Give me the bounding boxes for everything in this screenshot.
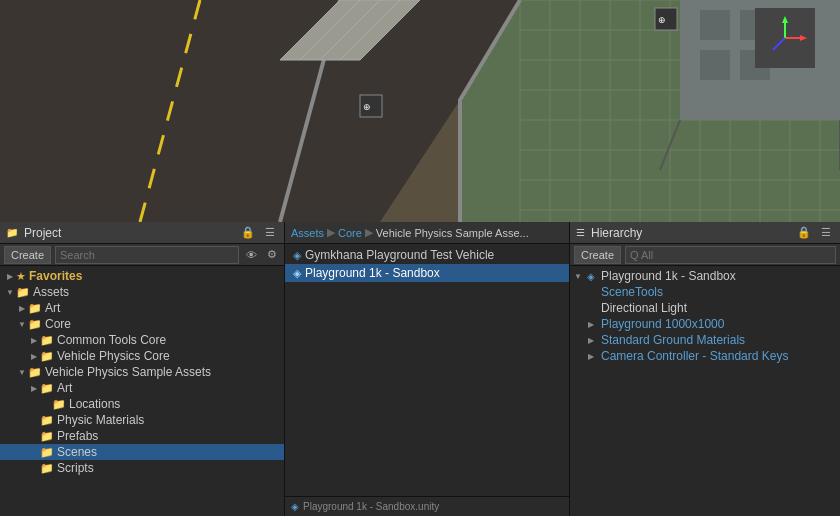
breadcrumb-assets[interactable]: Assets bbox=[291, 227, 324, 239]
scene-tools-label: SceneTools bbox=[601, 285, 663, 299]
breadcrumb-core[interactable]: Core bbox=[338, 227, 362, 239]
project-panel: 📁 Project 🔒 ☰ Create 👁 ⚙ ▶ ★ Favorites ▼ bbox=[0, 222, 285, 516]
favorites-label: Favorites bbox=[29, 269, 82, 283]
locations-folder-icon: 📁 bbox=[52, 398, 66, 411]
project-create-button[interactable]: Create bbox=[4, 246, 51, 264]
hierarchy-menu-icon[interactable]: ☰ bbox=[818, 225, 834, 240]
core-folder-icon: 📁 bbox=[28, 318, 42, 331]
settings-icon[interactable]: ⚙ bbox=[264, 247, 280, 262]
standard-ground-arrow: ▶ bbox=[588, 336, 598, 345]
vehicle-physics-core-folder-icon: 📁 bbox=[40, 350, 54, 363]
scenes-folder-icon: 📁 bbox=[40, 446, 54, 459]
physic-folder-icon: 📁 bbox=[40, 414, 54, 427]
breadcrumb-sep-2: ▶ bbox=[365, 226, 373, 239]
project-panel-icon: 📁 bbox=[6, 227, 18, 238]
tree-vehicle-physics-sample-assets[interactable]: ▼ 📁 Vehicle Physics Sample Assets bbox=[0, 364, 284, 380]
camera-arrow: ▶ bbox=[588, 352, 598, 361]
hierarchy-scene-tools[interactable]: SceneTools bbox=[570, 284, 840, 300]
common-tools-arrow: ▶ bbox=[28, 336, 40, 345]
prefabs-label: Prefabs bbox=[57, 429, 98, 443]
art2-label: Art bbox=[57, 381, 72, 395]
scene-canvas bbox=[0, 0, 840, 222]
hierarchy-search-input[interactable] bbox=[625, 246, 836, 264]
scenes-label: Scenes bbox=[57, 445, 97, 459]
hierarchy-playground-1000[interactable]: ▶ Playground 1000x1000 bbox=[570, 316, 840, 332]
hierarchy-standard-ground[interactable]: ▶ Standard Ground Materials bbox=[570, 332, 840, 348]
tree-physic-materials[interactable]: 📁 Physic Materials bbox=[0, 412, 284, 428]
hierarchy-root[interactable]: ▼ ◈ Playground 1k - Sandbox bbox=[570, 268, 840, 284]
tree-locations[interactable]: 📁 Locations bbox=[0, 396, 284, 412]
playground-label: Playground 1k - Sandbox bbox=[305, 266, 440, 280]
vehicle-physics-core-arrow: ▶ bbox=[28, 352, 40, 361]
menu-icon[interactable]: ☰ bbox=[262, 225, 278, 240]
hierarchy-header: ☰ Hierarchy 🔒 ☰ bbox=[570, 222, 840, 244]
pg1000-label: Playground 1000x1000 bbox=[601, 317, 724, 331]
favorites-arrow: ▶ bbox=[4, 272, 16, 281]
physic-label: Physic Materials bbox=[57, 413, 144, 427]
hierarchy-panel: ☰ Hierarchy 🔒 ☰ Create ▼ ◈ Playground 1k… bbox=[570, 222, 840, 516]
tree-favorites[interactable]: ▶ ★ Favorites bbox=[0, 268, 284, 284]
art2-arrow: ▶ bbox=[28, 384, 40, 393]
assets-bottom-bar: ◈ Playground 1k - Sandbox.unity bbox=[285, 496, 569, 516]
tree-scenes[interactable]: 📁 Scenes bbox=[0, 444, 284, 460]
tree-prefabs[interactable]: 📁 Prefabs bbox=[0, 428, 284, 444]
breadcrumb-sep-1: ▶ bbox=[327, 226, 335, 239]
scripts-label: Scripts bbox=[57, 461, 94, 475]
art2-folder-icon: 📁 bbox=[40, 382, 54, 395]
hierarchy-title: Hierarchy bbox=[591, 226, 642, 240]
hierarchy-lock-icon[interactable]: 🔒 bbox=[794, 225, 814, 240]
locations-label: Locations bbox=[69, 397, 120, 411]
tree-art[interactable]: ▶ 📁 Art bbox=[0, 300, 284, 316]
asset-gymkhana[interactable]: ◈ Gymkhana Playground Test Vehicle bbox=[285, 246, 569, 264]
asset-playground[interactable]: ◈ Playground 1k - Sandbox bbox=[285, 264, 569, 282]
project-panel-icons: 🔒 ☰ bbox=[238, 225, 278, 240]
hierarchy-root-label: Playground 1k - Sandbox bbox=[601, 269, 736, 283]
eye-icon[interactable]: 👁 bbox=[243, 248, 260, 262]
vpsa-arrow: ▼ bbox=[16, 368, 28, 377]
lock-icon[interactable]: 🔒 bbox=[238, 225, 258, 240]
root-scene-icon: ◈ bbox=[587, 271, 595, 282]
vehicle-physics-core-label: Vehicle Physics Core bbox=[57, 349, 170, 363]
project-search-input[interactable] bbox=[55, 246, 239, 264]
tree-vehicle-physics-core[interactable]: ▶ 📁 Vehicle Physics Core bbox=[0, 348, 284, 364]
scene-view[interactable] bbox=[0, 0, 840, 222]
art-arrow: ▶ bbox=[16, 304, 28, 313]
tree-scripts[interactable]: 📁 Scripts bbox=[0, 460, 284, 476]
assets-folder-icon: 📁 bbox=[16, 286, 30, 299]
tree-art2[interactable]: ▶ 📁 Art bbox=[0, 380, 284, 396]
camera-label: Camera Controller - Standard Keys bbox=[601, 349, 788, 363]
vpsa-label: Vehicle Physics Sample Assets bbox=[45, 365, 211, 379]
tree-common-tools-core[interactable]: ▶ 📁 Common Tools Core bbox=[0, 332, 284, 348]
root-arrow: ▼ bbox=[574, 272, 584, 281]
pg1000-arrow: ▶ bbox=[588, 320, 598, 329]
project-toolbar: Create 👁 ⚙ bbox=[0, 244, 284, 266]
dir-light-label: Directional Light bbox=[601, 301, 687, 315]
project-tree: ▶ ★ Favorites ▼ 📁 Assets ▶ 📁 Art ▼ 📁 Cor… bbox=[0, 266, 284, 516]
assets-list: ◈ Gymkhana Playground Test Vehicle ◈ Pla… bbox=[285, 244, 569, 496]
tree-assets[interactable]: ▼ 📁 Assets bbox=[0, 284, 284, 300]
hierarchy-create-button[interactable]: Create bbox=[574, 246, 621, 264]
hierarchy-directional-light[interactable]: Directional Light bbox=[570, 300, 840, 316]
core-arrow: ▼ bbox=[16, 320, 28, 329]
project-panel-header: 📁 Project 🔒 ☰ bbox=[0, 222, 284, 244]
assets-arrow: ▼ bbox=[4, 288, 16, 297]
gymkhana-icon: ◈ bbox=[293, 249, 301, 262]
scripts-folder-icon: 📁 bbox=[40, 462, 54, 475]
breadcrumb-bar: Assets ▶ Core ▶ Vehicle Physics Sample A… bbox=[285, 222, 569, 244]
scene-icon: ◈ bbox=[291, 501, 299, 512]
hierarchy-toolbar: Create bbox=[570, 244, 840, 266]
assets-panel: Assets ▶ Core ▶ Vehicle Physics Sample A… bbox=[285, 222, 570, 516]
gymkhana-label: Gymkhana Playground Test Vehicle bbox=[305, 248, 494, 262]
playground-icon: ◈ bbox=[293, 267, 301, 280]
hierarchy-camera-controller[interactable]: ▶ Camera Controller - Standard Keys bbox=[570, 348, 840, 364]
prefabs-folder-icon: 📁 bbox=[40, 430, 54, 443]
assets-file-label: Playground 1k - Sandbox.unity bbox=[303, 501, 439, 512]
standard-ground-label: Standard Ground Materials bbox=[601, 333, 745, 347]
tree-core[interactable]: ▼ 📁 Core bbox=[0, 316, 284, 332]
hierarchy-list: ▼ ◈ Playground 1k - Sandbox SceneTools D… bbox=[570, 266, 840, 516]
breadcrumb-vpsa[interactable]: Vehicle Physics Sample Asse... bbox=[376, 227, 529, 239]
hierarchy-icons: 🔒 ☰ bbox=[794, 225, 834, 240]
assets-label: Assets bbox=[33, 285, 69, 299]
vpsa-folder-icon: 📁 bbox=[28, 366, 42, 379]
art-folder-icon: 📁 bbox=[28, 302, 42, 315]
